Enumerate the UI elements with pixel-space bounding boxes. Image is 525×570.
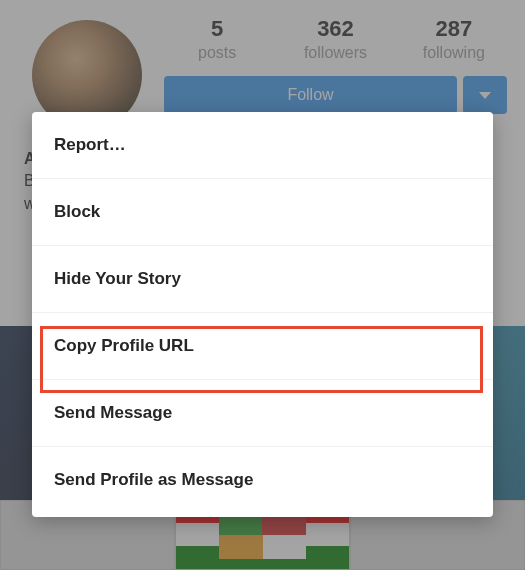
menu-hide-story[interactable]: Hide Your Story — [32, 246, 493, 313]
menu-block[interactable]: Block — [32, 179, 493, 246]
menu-send-profile-as-message[interactable]: Send Profile as Message — [32, 447, 493, 513]
action-sheet: Report… Block Hide Your Story Copy Profi… — [32, 112, 493, 517]
menu-report[interactable]: Report… — [32, 112, 493, 179]
menu-send-message[interactable]: Send Message — [32, 380, 493, 447]
menu-copy-profile-url[interactable]: Copy Profile URL — [32, 313, 493, 380]
